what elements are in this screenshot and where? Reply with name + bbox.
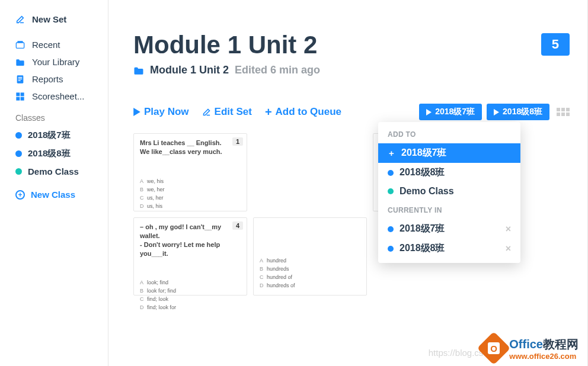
play-icon (133, 108, 140, 116)
svg-rect-0 (16, 43, 24, 48)
card-options: Alook; find Blook for; find Cfind; look … (140, 279, 241, 312)
card-number: 4 (232, 221, 243, 230)
new-class-label: New Class (31, 190, 75, 200)
svg-rect-5 (18, 80, 21, 81)
add-to-item-label: Demo Class (400, 186, 454, 197)
edit-set-label: Edit Set (215, 106, 252, 118)
new-set-label: New Set (32, 14, 66, 24)
class-item-0[interactable]: 2018级7班 (0, 126, 108, 145)
svg-rect-4 (18, 78, 23, 79)
class-color-dot (388, 188, 394, 194)
add-to-item[interactable]: Demo Class (378, 182, 520, 200)
edit-icon (202, 108, 211, 117)
edited-label: Edited 6 min ago (235, 64, 320, 76)
nav-reports[interactable]: Reports (0, 70, 108, 88)
svg-rect-6 (16, 92, 20, 96)
grid-view-toggle[interactable] (557, 108, 570, 116)
nav-label: Reports (32, 74, 63, 84)
question-card[interactable]: 4 – oh , my god! I can't__my wallet. - D… (133, 217, 247, 296)
class-color-dot (388, 226, 394, 232)
add-to-item[interactable]: + 2018级7班 (378, 143, 520, 163)
question-card[interactable]: Ahundred Bhundreds Chundred of Dhundreds… (253, 217, 367, 296)
currently-in-item[interactable]: 2018级8班 × (378, 239, 520, 258)
plus-circle-icon: + (15, 190, 25, 200)
class-color-dot (15, 132, 22, 139)
folder-icon (15, 58, 25, 66)
sidebar: New Set Recent Your Library Reports Sc (0, 0, 108, 366)
nav-library[interactable]: Your Library (0, 53, 108, 70)
class-label: Demo Class (28, 166, 79, 176)
add-to-item-label: 2018级7班 (401, 147, 447, 159)
dropdown-section-label: ADD TO (378, 130, 520, 143)
remove-class-button[interactable]: × (506, 243, 511, 254)
breadcrumb: Module 1 Unit 2 Edited 6 min ago (133, 64, 570, 76)
add-to-queue-button[interactable]: + Add to Queue (265, 106, 341, 118)
play-now-button[interactable]: Play Now (133, 106, 189, 118)
main-panel: Module 1 Unit 2 5 Module 1 Unit 2 Edited… (108, 0, 588, 366)
page-title: Module 1 Unit 2 (133, 31, 317, 59)
currently-in-item[interactable]: 2018级7班 × (378, 219, 520, 239)
card-options: Ahundred Bhundreds Chundred of Dhundreds… (260, 257, 360, 290)
actions-row: Play Now Edit Set + Add to Queue 2018级7班… (133, 104, 570, 120)
classes-section-label: Classes (0, 105, 108, 126)
class-color-dot (15, 150, 22, 157)
new-set-button[interactable]: New Set (0, 11, 108, 28)
add-to-item[interactable]: 2018级8班 (378, 163, 520, 182)
svg-rect-7 (21, 92, 24, 96)
class-color-dot (15, 168, 22, 175)
class-item-1[interactable]: 2018级8班 (0, 145, 108, 163)
add-to-item-label: 2018级8班 (400, 166, 445, 179)
new-class-button[interactable]: + New Class (0, 186, 108, 203)
watermark: O Office教程网 www.office26.com (482, 336, 579, 360)
watermark-icon: O (477, 332, 511, 365)
watermark-brand: Office教程网 (509, 338, 579, 351)
nav-label: Recent (32, 40, 60, 50)
card-question: – oh , my god! I can't__my wallet. - Don… (140, 223, 241, 258)
class-item-2[interactable]: Demo Class (0, 163, 108, 180)
svg-rect-1 (17, 41, 23, 43)
currently-in-label: 2018级8班 (400, 242, 445, 255)
play-icon (494, 109, 499, 115)
class-pill-1[interactable]: 2018级8班 (487, 104, 549, 120)
question-card[interactable]: 1 Mrs Li teaches __ English. We like__cl… (133, 133, 247, 211)
watermark-url: www.office26.com (509, 352, 579, 360)
dropdown-section-label: CURRENTLY IN (378, 206, 520, 219)
class-pill-0[interactable]: 2018级7班 (419, 104, 482, 120)
edit-icon (15, 15, 25, 24)
class-color-dot (388, 246, 394, 252)
svg-rect-3 (18, 77, 23, 78)
card-number: 1 (232, 137, 243, 146)
class-color-dot (388, 170, 394, 176)
nav-label: Scoresheet... (32, 91, 84, 101)
scoresheet-icon (15, 92, 25, 101)
breadcrumb-name[interactable]: Module 1 Unit 2 (150, 64, 229, 76)
folder-icon (133, 66, 144, 75)
currently-in-label: 2018级7班 (400, 223, 445, 235)
card-options: Awe, his Bwe, her Cus, her Dus, his (140, 178, 241, 211)
play-label: Play Now (144, 106, 189, 118)
remove-class-button[interactable]: × (506, 224, 511, 235)
nav-scoresheet[interactable]: Scoresheet... (0, 88, 108, 105)
question-count-badge: 5 (541, 33, 570, 56)
class-label: 2018级8班 (28, 148, 71, 159)
pill-label: 2018级8班 (503, 107, 542, 117)
edit-set-button[interactable]: Edit Set (202, 106, 252, 118)
play-icon (426, 109, 432, 115)
recent-icon (15, 41, 25, 49)
pill-label: 2018级7班 (435, 107, 475, 117)
add-to-dropdown: ADD TO + 2018级7班 2018级8班 Demo Class CURR… (378, 122, 520, 263)
plus-icon: + (388, 148, 395, 158)
class-label: 2018级7班 (28, 130, 71, 141)
svg-rect-9 (21, 97, 24, 100)
plus-icon: + (265, 106, 272, 118)
nav-label: Your Library (32, 57, 79, 67)
card-question: Mrs Li teaches __ English. We like__clas… (140, 139, 241, 156)
reports-icon (15, 75, 25, 84)
add-queue-label: Add to Queue (276, 106, 341, 118)
svg-rect-8 (16, 97, 20, 100)
nav-recent[interactable]: Recent (0, 36, 108, 53)
